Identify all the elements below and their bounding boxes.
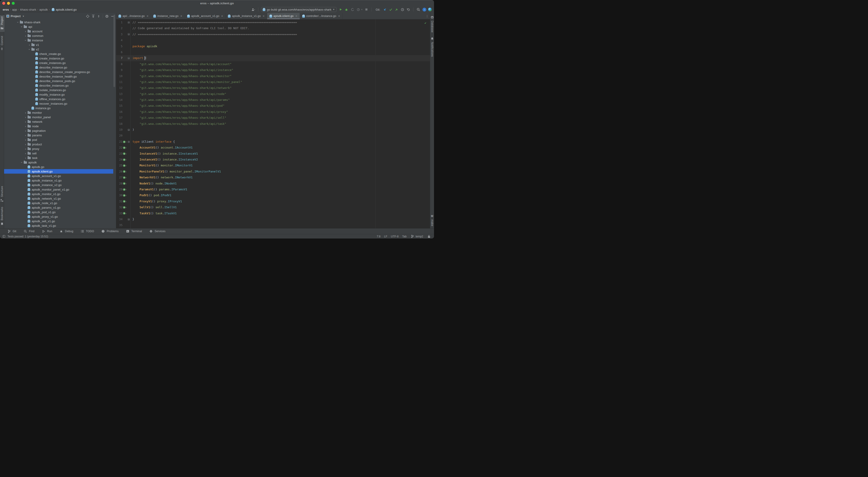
fold-marker-icon[interactable] <box>128 57 130 59</box>
fold-marker-icon[interactable] <box>128 218 130 220</box>
close-tab-icon[interactable]: ✕ <box>296 15 298 18</box>
line-number[interactable]: 9 <box>116 67 123 73</box>
breadcrumb-item[interactable]: app <box>12 8 17 11</box>
gear-icon[interactable] <box>105 14 109 19</box>
code-editor[interactable]: 1 // ===================================… <box>116 20 430 228</box>
run-configuration-select[interactable]: go build git.woa.com/khaos/eros/app/khao… <box>261 7 336 12</box>
tool-stripe-structure[interactable]: Structure <box>0 186 4 203</box>
code-with-me-sphere-icon[interactable] <box>428 8 432 11</box>
tree-scrollbar[interactable] <box>114 15 115 87</box>
chevron-down-icon[interactable]: › <box>24 38 27 42</box>
line-number[interactable]: 26 <box>116 169 123 175</box>
chevron-down-icon[interactable]: › <box>28 47 31 51</box>
chevron-right-icon[interactable]: › <box>24 34 28 37</box>
toolwindow-button-run[interactable]: Run <box>41 229 52 234</box>
tree-item[interactable]: apisdk_task_v1.go <box>4 223 113 228</box>
tool-stripe-project[interactable]: Project <box>0 15 4 32</box>
line-number[interactable]: 22 <box>116 145 123 151</box>
collapse-all-icon[interactable] <box>96 14 101 19</box>
line-number[interactable]: 17 <box>116 115 123 121</box>
toolwindow-button-git[interactable]: Git <box>7 229 16 234</box>
rollback-icon[interactable] <box>406 7 410 12</box>
line-number[interactable]: 25 <box>116 162 123 169</box>
chevron-right-icon[interactable]: › <box>24 30 28 33</box>
push-icon[interactable] <box>394 7 399 12</box>
fold-marker-icon[interactable] <box>128 141 130 143</box>
close-tab-icon[interactable]: ✕ <box>221 15 223 18</box>
line-number[interactable]: 2 <box>116 25 123 31</box>
tab-options-icon[interactable]: ⋮ <box>426 13 430 19</box>
status-item-branch[interactable]: temp2 <box>410 234 423 239</box>
layout-icon[interactable] <box>3 235 5 238</box>
line-number[interactable]: 8 <box>116 61 123 67</box>
chevron-down-icon[interactable]: › <box>20 160 24 165</box>
profiler-icon[interactable] <box>356 7 361 12</box>
tool-stripe-bookmarks[interactable]: Bookmarks <box>0 207 4 226</box>
toolwindow-button-terminal[interactable]: Terminal <box>125 229 142 234</box>
fold-marker-icon[interactable] <box>128 129 130 131</box>
chevron-down-icon[interactable]: › <box>20 25 24 29</box>
line-number[interactable]: 18 <box>116 121 123 127</box>
expand-all-icon[interactable] <box>91 14 95 19</box>
tree-item[interactable]: create_instances.go <box>4 61 113 65</box>
line-number[interactable]: 4 <box>116 37 123 43</box>
tree-item[interactable]: describe_instance_create_progress.go <box>4 70 113 74</box>
line-number[interactable]: 27 <box>116 175 123 180</box>
chevron-right-icon[interactable]: › <box>24 152 28 155</box>
tree-item[interactable]: modify_instance.go <box>4 92 113 97</box>
tree-item[interactable]: apisdk_network_v1.go <box>4 196 113 201</box>
tree-item[interactable]: ›common <box>4 33 113 38</box>
commit-check-icon[interactable] <box>388 7 393 12</box>
status-item-unlock[interactable] <box>427 234 431 239</box>
tree-item[interactable]: ›sell <box>4 151 113 155</box>
stop-icon[interactable] <box>364 7 369 12</box>
editor-tab[interactable]: controller/.../instance.go ✕ <box>300 13 343 19</box>
tree-item[interactable]: recover_instances.go <box>4 101 113 106</box>
line-number[interactable]: 21 <box>116 139 123 145</box>
tree-item[interactable]: apisdk_instance_v1.go <box>4 178 113 183</box>
editor-tab[interactable]: api/.../instance.go ✕ <box>116 13 151 19</box>
user-icon[interactable] <box>251 7 255 12</box>
editor-tab[interactable]: instance_new.go ✕ <box>151 13 185 19</box>
line-number[interactable]: 35 <box>116 222 123 228</box>
tree-item[interactable]: apisdk_account_v1.go <box>4 174 113 178</box>
status-item[interactable]: 7:8 <box>377 235 381 238</box>
tree-item[interactable]: apisdk_monitor_panel_v1.go <box>4 187 113 192</box>
line-number[interactable]: 19 <box>116 127 123 133</box>
line-number[interactable]: 24 <box>116 157 123 162</box>
line-number[interactable]: 33 <box>116 210 123 216</box>
tree-item[interactable]: ›account <box>4 29 113 33</box>
tree-item[interactable]: apisdk_params_v1.go <box>4 205 113 210</box>
tree-item[interactable]: describe_instances.go <box>4 83 113 88</box>
chevron-right-icon[interactable]: › <box>24 143 28 146</box>
tree-item[interactable]: ›instance <box>4 38 113 42</box>
run-icon[interactable] <box>338 7 343 12</box>
line-number[interactable]: 13 <box>116 91 123 97</box>
breadcrumb-item[interactable]: khaos-shark <box>20 8 36 11</box>
status-item[interactable]: LF <box>384 235 387 238</box>
chevron-right-icon[interactable]: › <box>24 120 28 123</box>
tree-item[interactable]: ›params <box>4 133 113 138</box>
chevron-right-icon[interactable]: › <box>24 133 28 137</box>
line-number[interactable]: 5 <box>116 43 123 49</box>
tree-item[interactable]: ›monitor <box>4 110 113 115</box>
tree-item[interactable]: ›task <box>4 155 113 160</box>
tree-item[interactable]: ›pagination <box>4 128 113 133</box>
line-number[interactable]: 11 <box>116 79 123 85</box>
toolwindow-button-todo[interactable]: TODO <box>80 229 94 234</box>
tree-item[interactable]: ›apisdk <box>4 160 113 165</box>
tool-stripe-make[interactable]: M make <box>430 214 434 226</box>
chevron-down-icon[interactable]: › <box>16 20 20 24</box>
toolwindow-button-problems[interactable]: Problems <box>101 229 119 234</box>
toolwindow-button-services[interactable]: Services <box>149 229 165 234</box>
chevron-right-icon[interactable]: › <box>24 138 28 142</box>
close-tab-icon[interactable]: ✕ <box>180 15 182 18</box>
tree-item[interactable]: ›v2 <box>4 47 113 52</box>
tree-item[interactable]: apisdk_monitor_v1.go <box>4 192 113 196</box>
breadcrumb-item[interactable]: apisdk.iclient.go <box>56 8 77 11</box>
fold-marker-icon[interactable] <box>128 33 130 35</box>
toolwindow-button-find[interactable]: Find <box>23 229 34 234</box>
search-everywhere-icon[interactable] <box>416 7 421 12</box>
line-number[interactable]: 23 <box>116 151 123 157</box>
status-item[interactable]: Tab <box>402 235 406 238</box>
